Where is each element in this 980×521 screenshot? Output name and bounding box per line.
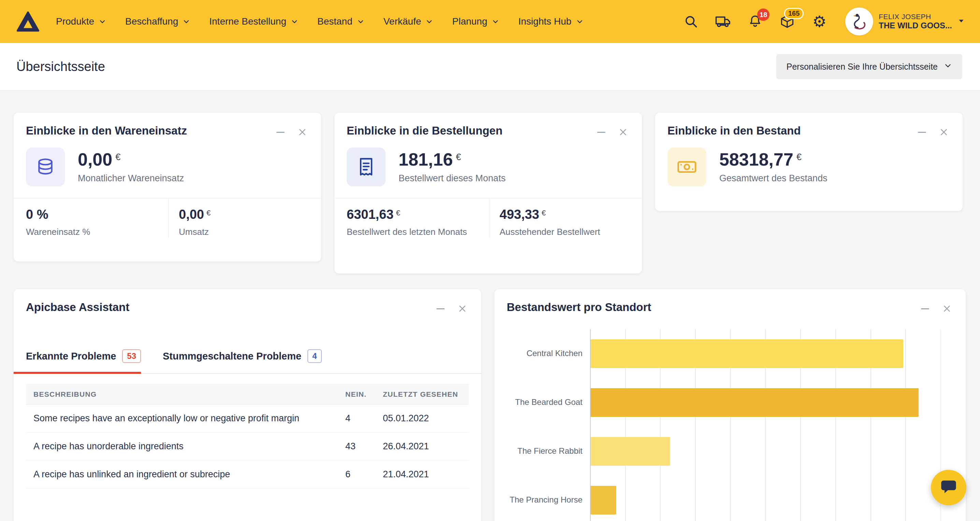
main-navigation: Produkte Beschaffung Interne Bestellung … [56, 16, 603, 27]
close-icon[interactable] [457, 304, 468, 314]
card-title: Einblicke in die Bestellungen [347, 124, 503, 137]
nav-item-insights-hub[interactable]: Insights Hub [518, 16, 584, 27]
metric-value: 58318,77€ [719, 150, 827, 169]
notification-count-badge: 18 [757, 8, 770, 21]
personalize-button[interactable]: Personalisieren Sie Ihre Übersichtsseite [776, 54, 962, 79]
card-title: Apicbase Assistant [26, 301, 129, 314]
dashboard-content: Einblicke in den Wareneinsatz 0,00€ Mona… [0, 90, 980, 521]
page-title: Übersichtsseite [16, 59, 105, 74]
card-bestandswert-pro-standort: Bestandswert pro Standort Central Kitche… [495, 289, 966, 521]
metric-value: 0,00€ [78, 150, 184, 169]
chevron-down-icon [425, 18, 433, 25]
minimize-icon[interactable] [596, 127, 606, 137]
package-count-badge: 165 [784, 8, 803, 19]
metric-label: Bestellwert dieses Monats [399, 173, 506, 184]
caret-down-icon [958, 18, 965, 25]
package-icon[interactable]: 165 [779, 13, 795, 30]
search-icon[interactable] [683, 13, 699, 30]
chart-category-labels: Central Kitchen The Bearded Goat The Fie… [507, 329, 590, 521]
nav-item-planung[interactable]: Planung [452, 16, 499, 27]
issues-table: BESCHREIBUNG NEIN. ZULETZT GESEHEN Some … [26, 384, 469, 489]
coins-icon [26, 148, 65, 186]
nav-item-interne-bestellung[interactable]: Interne Bestellung [209, 16, 298, 27]
user-name: FELIX JOSEPH [879, 12, 952, 21]
chat-bubble-icon [940, 478, 958, 497]
gear-icon[interactable]: ⚙ [811, 13, 827, 30]
stat-wareneinsatz-pct: 0 % Wareneinsatz % [14, 198, 168, 238]
stat-bestellwert-letzter-monat: 6301,63€ Bestellwert des letzten Monats [334, 198, 489, 238]
user-menu[interactable]: FELIX JOSEPH THE WILD GOOS... [845, 8, 965, 35]
chat-launcher-button[interactable] [931, 470, 966, 505]
card-title: Bestandswert pro Standort [507, 301, 651, 314]
close-icon[interactable] [939, 127, 949, 137]
chevron-down-icon [99, 18, 106, 25]
chevron-down-icon [183, 18, 190, 25]
bar-the-bearded-goat [591, 388, 919, 417]
card-apicbase-assistant: Apicbase Assistant Erkannte Probleme 53 … [14, 289, 481, 521]
cash-icon [667, 148, 706, 186]
stat-ausstehender-bestellwert: 493,33€ Ausstehender Bestellwert [489, 198, 642, 238]
close-icon[interactable] [297, 127, 307, 137]
category-label: Central Kitchen [507, 329, 590, 378]
page-header: Übersichtsseite Personalisieren Sie Ihre… [0, 43, 980, 90]
receipt-icon [347, 148, 386, 186]
table-header: BESCHREIBUNG NEIN. ZULETZT GESEHEN [26, 384, 469, 405]
stock-value-bar-chart: Central Kitchen The Bearded Goat The Fie… [507, 329, 941, 521]
close-icon[interactable] [942, 304, 952, 314]
minimize-icon[interactable] [275, 127, 286, 137]
muted-issues-badge: 4 [307, 349, 321, 363]
table-row[interactable]: A recipe has unlinked an ingredient or s… [26, 460, 469, 489]
nav-item-bestand[interactable]: Bestand [317, 16, 364, 27]
close-icon[interactable] [618, 127, 628, 137]
user-company: THE WILD GOOS... [879, 21, 952, 31]
tab-erkannte-probleme[interactable]: Erkannte Probleme 53 [14, 349, 141, 373]
card-bestellungen: Einblicke in die Bestellungen 181,16€ Be… [334, 113, 642, 274]
category-label: The Fierce Rabbit [507, 427, 590, 476]
navbar-actions: 18 165 ⚙ FELIX JOSEPH [683, 8, 965, 35]
metric-label: Monatlicher Wareneinsatz [78, 173, 184, 184]
apicbase-dashboard: Produkte Beschaffung Interne Bestellung … [0, 0, 980, 521]
card-title: Einblicke in den Bestand [667, 124, 801, 137]
category-label: The Bearded Goat [507, 378, 590, 427]
nav-item-beschaffung[interactable]: Beschaffung [125, 16, 190, 27]
top-navbar: Produkte Beschaffung Interne Bestellung … [0, 0, 980, 43]
chevron-down-icon [944, 61, 952, 72]
card-title: Einblicke in den Wareneinsatz [26, 124, 187, 137]
table-row[interactable]: A recipe has unorderable ingredients 43 … [26, 433, 469, 460]
truck-icon[interactable] [715, 13, 731, 30]
chevron-down-icon [492, 18, 499, 25]
minimize-icon[interactable] [435, 304, 445, 314]
lower-card-row: Apicbase Assistant Erkannte Probleme 53 … [14, 289, 966, 521]
assistant-tabs: Erkannte Probleme 53 Stummgeschaltene Pr… [14, 349, 481, 374]
bell-icon[interactable]: 18 [747, 13, 763, 30]
stat-umsatz: 0,00€ Umsatz [168, 198, 321, 238]
minimize-icon[interactable] [920, 304, 930, 314]
chart-plot-area [590, 329, 941, 521]
tab-stummgeschaltene-probleme[interactable]: Stummgeschaltene Probleme 4 [163, 349, 322, 373]
bar-the-fierce-rabbit [591, 437, 670, 466]
category-label: The Prancing Horse [507, 476, 590, 521]
minimize-icon[interactable] [917, 127, 927, 137]
bar-central-kitchen [591, 339, 903, 368]
metric-label: Gesamtwert des Bestands [719, 173, 827, 184]
kpi-card-row: Einblicke in den Wareneinsatz 0,00€ Mona… [14, 113, 966, 274]
apicbase-logo[interactable] [16, 11, 40, 32]
metric-value: 181,16€ [399, 150, 506, 169]
chevron-down-icon [576, 18, 584, 25]
chevron-down-icon [357, 18, 364, 25]
chevron-down-icon [291, 18, 298, 25]
table-row[interactable]: Some recipes have an exceptionally low o… [26, 405, 469, 433]
detected-issues-badge: 53 [122, 349, 141, 363]
avatar [845, 8, 873, 35]
bar-the-prancing-horse [591, 486, 616, 515]
card-bestand: Einblicke in den Bestand 58318,77€ Gesam… [655, 113, 963, 211]
card-wareneinsatz: Einblicke in den Wareneinsatz 0,00€ Mona… [14, 113, 321, 261]
nav-item-produkte[interactable]: Produkte [56, 16, 106, 27]
nav-item-verkaeufe[interactable]: Verkäufe [383, 16, 433, 27]
